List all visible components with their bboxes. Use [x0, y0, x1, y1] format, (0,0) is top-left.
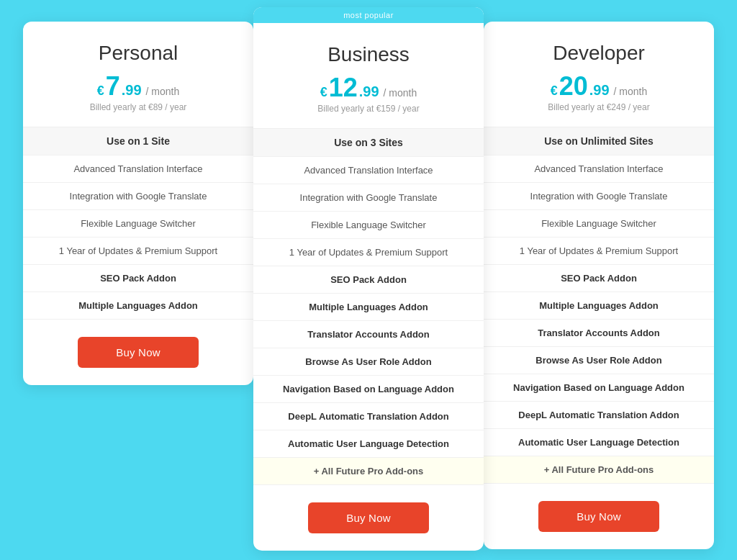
plan-name: Business [268, 43, 469, 66]
feature-item: Multiple Languages Addon [484, 292, 714, 320]
feature-item: Advanced Translation Interface [23, 155, 253, 183]
feature-item: 1 Year of Updates & Premium Support [253, 239, 484, 266]
plan-price: € 7 .99 / month [37, 73, 239, 99]
plan-billing: Billed yearly at €89 / year [37, 102, 239, 112]
feature-item: Translator Accounts Addon [484, 320, 714, 347]
buy-button[interactable]: Buy Now [78, 337, 199, 368]
feature-item: Flexible Language Switcher [23, 210, 253, 238]
price-decimal: .99 [122, 82, 142, 99]
feature-item: Automatic User Language Detection [484, 429, 714, 456]
feature-item: Advanced Translation Interface [253, 157, 484, 184]
feature-item: + All Future Pro Add-ons [484, 456, 714, 484]
feature-item: DeepL Automatic Translation Addon [253, 403, 484, 430]
currency-symbol: € [551, 84, 558, 97]
feature-item: Integration with Google Translate [23, 183, 253, 210]
price-decimal: .99 [589, 82, 610, 99]
feature-item: 1 Year of Updates & Premium Support [23, 238, 253, 265]
feature-item: Automatic User Language Detection [253, 430, 484, 458]
feature-item: Advanced Translation Interface [484, 155, 714, 183]
plan-header: Business € 12 .99 / month Billed yearly … [253, 23, 484, 128]
features-list: Use on 1 SiteAdvanced Translation Interf… [23, 127, 253, 320]
feature-item: SEO Pack Addon [253, 266, 484, 294]
price-decimal: .99 [359, 83, 379, 100]
plan-card-business: most popular Business € 12 .99 / month B… [253, 7, 484, 551]
feature-item: Multiple Languages Addon [253, 294, 484, 321]
plan-price: € 12 .99 / month [268, 75, 469, 101]
plan-name: Developer [498, 42, 700, 65]
feature-item: SEO Pack Addon [484, 265, 714, 292]
popular-badge: most popular [253, 7, 484, 23]
price-period: / month [384, 87, 417, 99]
feature-item: SEO Pack Addon [23, 265, 253, 292]
feature-item: Flexible Language Switcher [253, 212, 484, 239]
feature-item: Integration with Google Translate [484, 183, 714, 210]
plan-card-developer: Developer € 20 .99 / month Billed yearly… [484, 22, 714, 549]
feature-item: + All Future Pro Add-ons [253, 458, 484, 485]
price-period: / month [146, 86, 180, 97]
plan-billing: Billed yearly at €159 / year [268, 104, 469, 114]
feature-item: Multiple Languages Addon [23, 292, 253, 320]
plan-header: Personal € 7 .99 / month Billed yearly a… [23, 22, 253, 127]
price-whole: 20 [559, 73, 588, 99]
plan-card-personal: Personal € 7 .99 / month Billed yearly a… [23, 22, 253, 385]
feature-item: Browse As User Role Addon [253, 348, 484, 376]
plan-footer: Buy Now [23, 320, 253, 385]
feature-item: Translator Accounts Addon [253, 321, 484, 348]
feature-item: Integration with Google Translate [253, 184, 484, 212]
plan-footer: Buy Now [484, 484, 714, 549]
feature-item: Flexible Language Switcher [484, 210, 714, 238]
plan-header: Developer € 20 .99 / month Billed yearly… [484, 22, 714, 127]
buy-button[interactable]: Buy Now [308, 502, 429, 533]
feature-item: Navigation Based on Language Addon [253, 376, 484, 403]
feature-item: Browse As User Role Addon [484, 347, 714, 374]
price-period: / month [614, 86, 648, 97]
feature-item: Navigation Based on Language Addon [484, 374, 714, 402]
currency-symbol: € [320, 86, 327, 99]
feature-item: DeepL Automatic Translation Addon [484, 402, 714, 429]
pricing-container: Personal € 7 .99 / month Billed yearly a… [14, 14, 723, 551]
currency-symbol: € [97, 84, 104, 97]
feature-item: 1 Year of Updates & Premium Support [484, 238, 714, 265]
price-whole: 7 [106, 73, 120, 99]
plan-price: € 20 .99 / month [498, 73, 700, 99]
feature-item: Use on 3 Sites [253, 129, 484, 157]
plan-billing: Billed yearly at €249 / year [498, 102, 700, 112]
plan-footer: Buy Now [253, 485, 484, 551]
features-list: Use on Unlimited SitesAdvanced Translati… [484, 127, 714, 484]
feature-item: Use on Unlimited Sites [484, 127, 714, 155]
buy-button[interactable]: Buy Now [538, 501, 659, 532]
price-whole: 12 [329, 75, 358, 101]
features-list: Use on 3 SitesAdvanced Translation Inter… [253, 128, 484, 485]
plan-name: Personal [37, 42, 239, 65]
feature-item: Use on 1 Site [23, 127, 253, 155]
